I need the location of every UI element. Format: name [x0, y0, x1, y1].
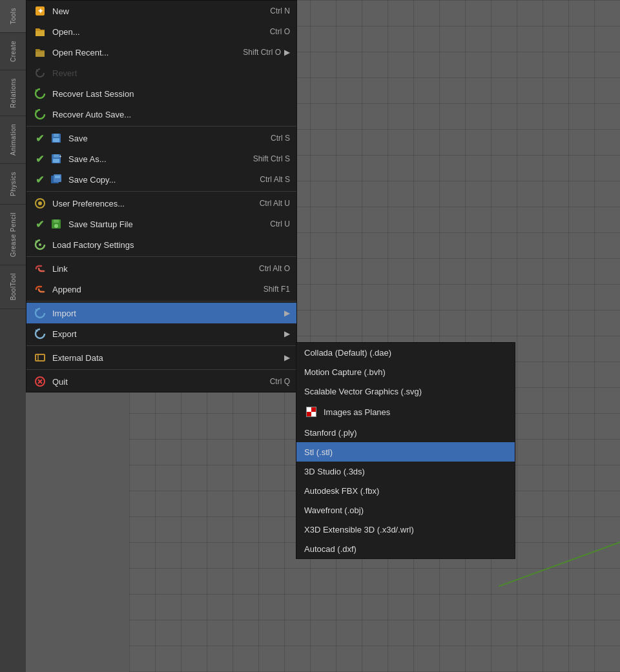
import-submenu: Collada (Default) (.dae) Motion Capture …	[296, 342, 515, 559]
submenu-images-planes-label: Images as Planes	[324, 407, 390, 417]
submenu-3ds[interactable]: 3D Studio (.3ds)	[296, 462, 515, 481]
submenu-images-planes[interactable]: Images as Planes	[296, 401, 515, 423]
separator-6	[26, 369, 296, 370]
menu-user-prefs-label: User Preferences...	[52, 199, 247, 209]
submenu-obj[interactable]: Wavefront (.obj)	[296, 500, 515, 520]
submenu-stanford-label: Stanford (.ply)	[304, 428, 357, 438]
recover-last-icon	[33, 87, 47, 101]
submenu-3ds-label: 3D Studio (.3ds)	[304, 467, 365, 476]
menu-save-startup-label: Save Startup File	[68, 219, 257, 229]
svg-text:✦: ✦	[37, 7, 43, 15]
external-data-icon	[33, 351, 47, 365]
menu-item-load-factory[interactable]: Load Factory Settings	[26, 234, 296, 255]
submenu-x3d-label: X3D Extensible 3D (.x3d/.wrl)	[304, 525, 414, 535]
menu-save-as-shortcut: Shift Ctrl S	[253, 154, 290, 163]
sidebar-tab-create[interactable]: Create	[0, 33, 26, 70]
menu-export-label: Export	[52, 329, 281, 339]
separator-1	[26, 126, 296, 127]
submenu-svg[interactable]: Scalable Vector Graphics (.svg)	[296, 382, 515, 401]
open-icon	[33, 25, 47, 39]
menu-open-recent-label: Open Recent...	[52, 48, 230, 57]
append-icon	[33, 282, 47, 296]
menu-item-open[interactable]: Open... Ctrl O	[26, 21, 296, 42]
sidebar-tab-booltool[interactable]: BoolTool	[0, 265, 26, 309]
menu-append-label: Append	[52, 285, 251, 294]
sidebar-tab-grease-pencil[interactable]: Grease Pencil	[0, 205, 26, 265]
new-icon: ✦	[33, 4, 47, 18]
svg-rect-14	[55, 176, 60, 178]
menu-link-label: Link	[52, 264, 246, 274]
save-copy-check: ✔	[33, 173, 46, 186]
menu-item-link[interactable]: Link Ctrl Alt O	[26, 258, 296, 279]
menu-external-data-label: External Data	[52, 353, 281, 363]
menu-item-import[interactable]: Import ▶	[26, 303, 296, 323]
submenu-svg-label: Scalable Vector Graphics (.svg)	[304, 387, 422, 396]
menu-new-label: New	[52, 6, 257, 16]
sidebar-tab-animation[interactable]: Animation	[0, 116, 26, 164]
menu-item-new[interactable]: ✦ New Ctrl N	[26, 1, 296, 21]
sidebar-tabs: Tools Create Relations Animation Physics…	[0, 0, 26, 672]
menu-item-open-recent[interactable]: Open Recent... Shift Ctrl O ▶	[26, 42, 296, 63]
open-recent-icon	[33, 45, 47, 59]
quit-icon	[33, 374, 47, 389]
menu-item-recover-auto[interactable]: Recover Auto Save...	[26, 104, 296, 125]
menu-save-label: Save	[68, 134, 258, 143]
menu-item-save-copy[interactable]: ✔ Save Copy... Ctrl Alt S	[26, 169, 296, 190]
sidebar-tab-tools[interactable]: Tools	[0, 0, 26, 33]
menu-save-shortcut: Ctrl S	[271, 134, 290, 143]
submenu-x3d[interactable]: X3D Extensible 3D (.x3d/.wrl)	[296, 520, 515, 539]
user-prefs-icon	[33, 196, 47, 210]
svg-text:+: +	[59, 154, 62, 159]
save-startup-check: ✔	[33, 218, 46, 230]
submenu-motion-capture[interactable]: Motion Capture (.bvh)	[296, 362, 515, 382]
menu-append-shortcut: Shift F1	[264, 285, 290, 294]
svg-point-19	[54, 224, 58, 228]
menu-recover-last-label: Recover Last Session	[52, 89, 290, 99]
sidebar-tab-relations[interactable]: Relations	[0, 70, 26, 116]
save-copy-icon	[49, 172, 63, 187]
submenu-stl[interactable]: Stl (.stl)	[296, 442, 515, 462]
svg-rect-18	[54, 219, 59, 223]
load-factory-icon	[33, 238, 47, 252]
svg-rect-7	[53, 138, 59, 142]
submenu-dxf[interactable]: Autocad (.dxf)	[296, 539, 515, 558]
menu-open-label: Open...	[52, 27, 257, 37]
menu-quit-label: Quit	[52, 377, 257, 387]
import-icon	[33, 306, 47, 320]
menu-open-recent-shortcut: Shift Ctrl O	[243, 48, 281, 57]
submenu-stanford[interactable]: Stanford (.ply)	[296, 423, 515, 442]
menu-open-shortcut: Ctrl O	[270, 27, 290, 36]
menu-item-append[interactable]: Append Shift F1	[26, 279, 296, 300]
sidebar-tab-physics[interactable]: Physics	[0, 164, 26, 205]
submenu-fbx[interactable]: Autodesk FBX (.fbx)	[296, 481, 515, 500]
menu-user-prefs-shortcut: Ctrl Alt U	[260, 199, 290, 208]
menu-item-revert[interactable]: Revert	[26, 63, 296, 83]
save-icon	[49, 131, 63, 145]
menu-save-as-label: Save As...	[68, 154, 240, 164]
menu-recover-auto-label: Recover Auto Save...	[52, 110, 290, 119]
menu-item-quit[interactable]: Quit Ctrl Q	[26, 371, 296, 392]
menu-item-export[interactable]: Export ▶	[26, 323, 296, 344]
separator-5	[26, 345, 296, 346]
menu-save-copy-label: Save Copy...	[68, 175, 247, 185]
open-recent-arrow: ▶	[284, 48, 290, 57]
submenu-collada-label: Collada (Default) (.dae)	[304, 348, 391, 358]
menu-save-copy-shortcut: Ctrl Alt S	[260, 175, 290, 184]
link-icon	[33, 261, 47, 276]
menu-item-save[interactable]: ✔ Save Ctrl S	[26, 128, 296, 148]
images-planes-icon	[304, 405, 318, 419]
recover-auto-icon	[33, 107, 47, 121]
menu-item-save-startup[interactable]: ✔ Save Startup File Ctrl U	[26, 214, 296, 234]
menu-revert-label: Revert	[52, 68, 290, 78]
menu-item-external-data[interactable]: External Data ▶	[26, 347, 296, 368]
export-arrow: ▶	[284, 329, 290, 338]
svg-rect-24	[36, 354, 45, 361]
menu-item-user-prefs[interactable]: User Preferences... Ctrl Alt U	[26, 193, 296, 214]
svg-rect-6	[54, 134, 59, 137]
submenu-stl-label: Stl (.stl)	[304, 447, 333, 457]
menu-import-label: Import	[52, 309, 281, 318]
menu-item-save-as[interactable]: ✔ + Save As... Shift Ctrl S	[26, 148, 296, 169]
menu-item-recover-last[interactable]: Recover Last Session	[26, 83, 296, 104]
submenu-collada[interactable]: Collada (Default) (.dae)	[296, 343, 515, 362]
file-menu: ✦ New Ctrl N Open... Ctrl O Open Recent.…	[26, 0, 297, 392]
